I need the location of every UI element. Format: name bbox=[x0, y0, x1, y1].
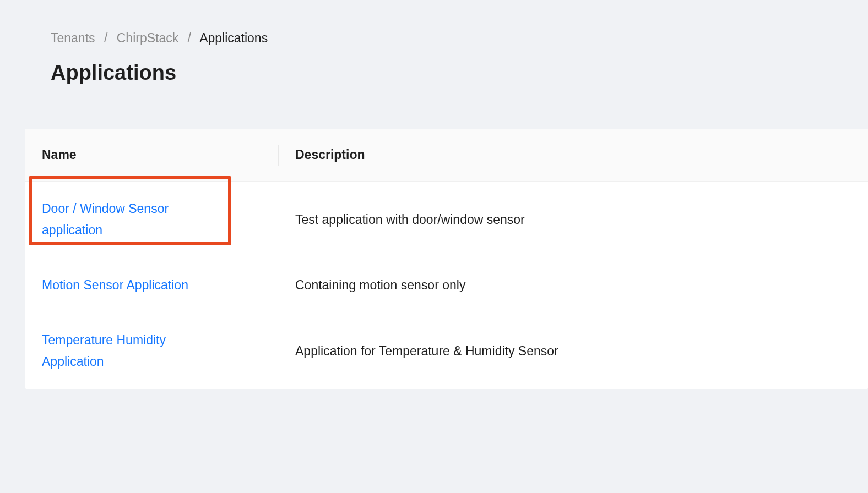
cell-description: Application for Temperature & Humidity S… bbox=[279, 313, 868, 390]
table-row: Temperature Humidity Application Applica… bbox=[25, 313, 868, 390]
cell-name: Door / Window Sensor application bbox=[25, 182, 279, 258]
cell-name: Motion Sensor Application bbox=[25, 258, 279, 313]
column-header-name[interactable]: Name bbox=[25, 129, 279, 182]
page-title: Applications bbox=[0, 61, 868, 85]
applications-table-container: Name Description Door / Window Sensor ap… bbox=[25, 129, 868, 389]
cell-description: Containing motion sensor only bbox=[279, 258, 868, 313]
applications-table: Name Description Door / Window Sensor ap… bbox=[25, 129, 868, 389]
application-link-door-window[interactable]: Door / Window Sensor application bbox=[42, 198, 218, 241]
breadcrumb: Tenants / ChirpStack / Applications bbox=[0, 31, 868, 46]
cell-description: Test application with door/window sensor bbox=[279, 182, 868, 258]
column-header-description[interactable]: Description bbox=[279, 129, 868, 182]
application-link-temperature-humidity[interactable]: Temperature Humidity Application bbox=[42, 330, 218, 373]
application-link-motion-sensor[interactable]: Motion Sensor Application bbox=[42, 275, 188, 296]
table-header-row: Name Description bbox=[25, 129, 868, 182]
breadcrumb-item-applications: Applications bbox=[199, 31, 268, 45]
breadcrumb-separator: / bbox=[104, 31, 107, 45]
breadcrumb-item-tenants[interactable]: Tenants bbox=[51, 31, 95, 45]
breadcrumb-separator: / bbox=[188, 31, 191, 45]
breadcrumb-item-chirpstack[interactable]: ChirpStack bbox=[117, 31, 178, 45]
table-row: Door / Window Sensor application Test ap… bbox=[25, 182, 868, 258]
table-row: Motion Sensor Application Containing mot… bbox=[25, 258, 868, 313]
cell-name: Temperature Humidity Application bbox=[25, 313, 279, 390]
